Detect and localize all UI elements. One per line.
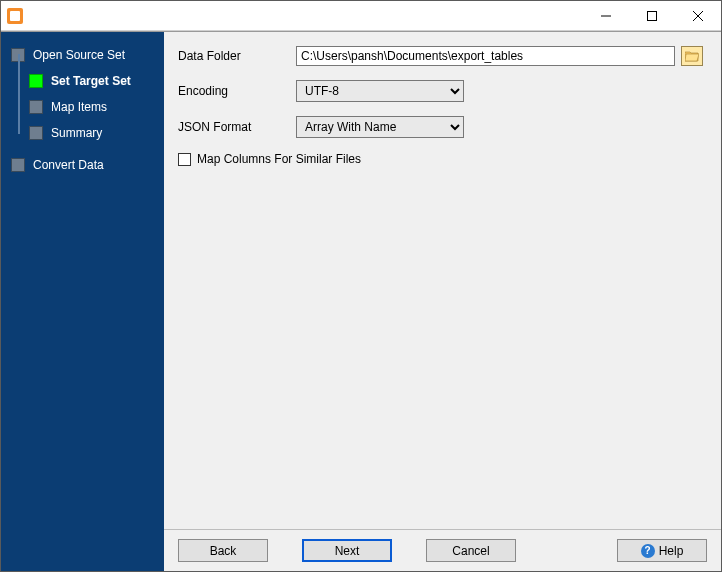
step-marker-icon xyxy=(29,74,43,88)
encoding-label: Encoding xyxy=(178,84,296,98)
step-label: Summary xyxy=(51,126,102,140)
minimize-button[interactable] xyxy=(583,1,629,31)
wizard-window: Open Source Set Set Target Set Map Items… xyxy=(0,0,722,572)
step-label: Map Items xyxy=(51,100,107,114)
step-label: Open Source Set xyxy=(33,48,125,62)
row-json-format: JSON Format Array With Name xyxy=(178,116,703,138)
next-button[interactable]: Next xyxy=(302,539,392,562)
step-map-items[interactable]: Map Items xyxy=(1,94,164,120)
close-button[interactable] xyxy=(675,1,721,31)
titlebar-left xyxy=(1,8,27,24)
step-marker-icon xyxy=(29,126,43,140)
titlebar-controls xyxy=(583,1,721,31)
step-marker-icon xyxy=(29,100,43,114)
titlebar xyxy=(1,1,721,31)
wizard-sidebar: Open Source Set Set Target Set Map Items… xyxy=(1,32,164,571)
step-label: Set Target Set xyxy=(51,74,131,88)
data-folder-input[interactable] xyxy=(296,46,675,66)
folder-icon xyxy=(685,50,699,62)
browse-folder-button[interactable] xyxy=(681,46,703,66)
step-convert-data[interactable]: Convert Data xyxy=(1,152,164,178)
main-panel: Data Folder Encoding UTF-8 xyxy=(164,32,721,571)
maximize-button[interactable] xyxy=(629,1,675,31)
step-set-target-set[interactable]: Set Target Set xyxy=(1,68,164,94)
map-columns-checkbox[interactable] xyxy=(178,153,191,166)
json-format-select[interactable]: Array With Name xyxy=(296,116,464,138)
row-map-columns[interactable]: Map Columns For Similar Files xyxy=(178,152,703,166)
row-data-folder: Data Folder xyxy=(178,46,703,66)
map-columns-label: Map Columns For Similar Files xyxy=(197,152,361,166)
svg-rect-1 xyxy=(648,11,657,20)
help-icon: ? xyxy=(641,544,655,558)
form-area: Data Folder Encoding UTF-8 xyxy=(164,32,721,529)
help-button[interactable]: ? Help xyxy=(617,539,707,562)
back-button[interactable]: Back xyxy=(178,539,268,562)
data-folder-label: Data Folder xyxy=(178,49,296,63)
step-marker-icon xyxy=(11,158,25,172)
body: Open Source Set Set Target Set Map Items… xyxy=(1,31,721,571)
step-label: Convert Data xyxy=(33,158,104,172)
json-format-label: JSON Format xyxy=(178,120,296,134)
cancel-button[interactable]: Cancel xyxy=(426,539,516,562)
encoding-select[interactable]: UTF-8 xyxy=(296,80,464,102)
step-summary[interactable]: Summary xyxy=(1,120,164,146)
step-open-source-set[interactable]: Open Source Set xyxy=(1,42,164,68)
row-encoding: Encoding UTF-8 xyxy=(178,80,703,102)
button-bar: Back Next Cancel ? Help xyxy=(164,529,721,571)
app-icon xyxy=(7,8,23,24)
